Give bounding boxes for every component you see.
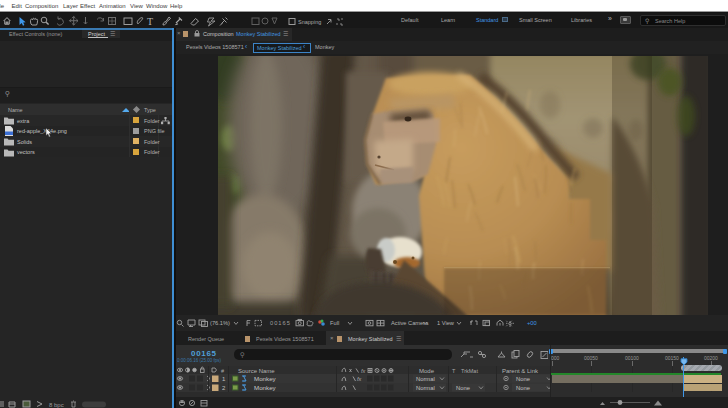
svg-text:#: # [221,368,225,374]
svg-text:+00: +00 [527,320,537,326]
svg-text:Mode: Mode [419,368,435,374]
svg-text:Parent & Link: Parent & Link [502,368,539,374]
svg-text:00165: 00165 [270,320,291,326]
svg-text:8 bpc: 8 bpc [49,402,64,408]
svg-text:None: None [516,376,530,382]
svg-text:2: 2 [222,385,226,391]
svg-text:1: 1 [222,376,226,382]
svg-text:None: None [516,385,530,391]
svg-text:Normal: Normal [416,385,435,391]
svg-text:fx: fx [361,368,366,374]
svg-text:Full: Full [330,320,339,326]
svg-text:Normal: Normal [416,376,435,382]
svg-text:(76.1%): (76.1%) [210,320,230,326]
svg-text:fx: fx [357,376,362,382]
svg-text:T: T [147,16,153,27]
svg-text:Monkey: Monkey [254,375,277,382]
svg-text:T: T [452,368,456,374]
svg-text:Snapping: Snapping [298,19,321,25]
svg-text:Monkey: Monkey [254,384,277,391]
svg-text:1 View: 1 View [437,320,455,326]
svg-text:Active Camera: Active Camera [391,320,429,326]
svg-text:TrkMat: TrkMat [461,368,478,374]
svg-text:None: None [456,385,470,391]
svg-text:Source Name: Source Name [238,368,275,374]
